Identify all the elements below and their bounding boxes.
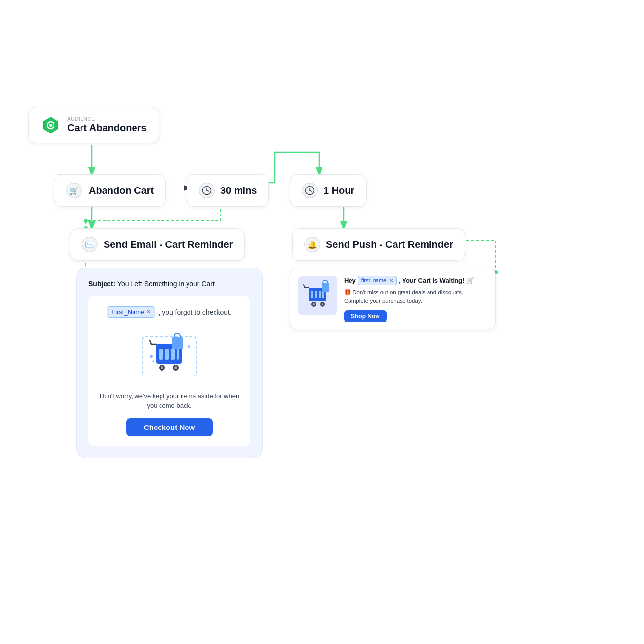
svg-rect-17 [159,349,163,360]
svg-point-3 [84,219,88,223]
clock-icon-1h [302,183,318,198]
email-body-text: Don't worry, we've kept your items aside… [98,391,241,410]
push-tag-close: ✕ [389,278,393,283]
send-email-title: Send Email - Cart Reminder [104,239,233,250]
push-body-text: 🎁 Don't miss out on great deals and disc… [344,288,487,305]
email-body: First_Name ✕ , you forgot to checkout. [88,296,250,446]
send-push-title: Send Push - Cart Reminder [326,239,453,250]
svg-rect-25 [172,337,183,349]
email-subject-label: Subject: [88,280,115,288]
abandon-cart-node: 🛒 Abandon Cart [54,174,166,207]
svg-rect-19 [171,349,175,360]
svg-rect-34 [322,291,324,298]
checkout-now-button[interactable]: Checkout Now [126,418,213,436]
delay-30min-node: 30 mins [187,174,269,207]
send-push-node: 🔔 Send Push - Cart Reminder [292,228,465,261]
send-email-node: ✉️ Send Email - Cart Reminder [70,228,245,261]
svg-line-11 [207,190,209,191]
first-name-push-tag: first_name ✕ [358,276,397,285]
svg-rect-32 [315,291,317,298]
audience-title: Cart Abandoners [67,122,147,134]
email-icon: ✉️ [82,237,98,252]
push-cart-image [298,276,337,315]
push-title-prefix: Hey [344,276,356,285]
svg-rect-18 [165,349,169,360]
svg-rect-20 [177,349,179,360]
svg-line-14 [310,190,312,191]
abandon-cart-title: Abandon Cart [89,185,154,196]
svg-rect-31 [311,291,313,298]
audience-icon [41,115,60,135]
greeting-text: , you forgot to checkout. [158,308,231,316]
svg-point-8 [49,124,52,127]
svg-point-22 [161,366,163,369]
email-preview-card: Subject: You Left Something in your Cart… [76,268,263,458]
svg-point-36 [313,303,315,306]
delay-30min-title: 30 mins [220,185,257,196]
svg-point-38 [322,303,324,306]
email-subject-text: You Left Something in your Cart [117,280,215,288]
greeting-line: First_Name ✕ , you forgot to checkout. [107,306,232,318]
svg-point-24 [174,366,177,369]
shop-now-button[interactable]: Shop Now [344,310,387,322]
cart-illustration [137,329,201,383]
svg-point-28 [188,345,190,348]
email-subject: Subject: You Left Something in your Cart [88,280,250,288]
audience-label: AUDIENCE [67,117,147,122]
audience-node: AUDIENCE Cart Abandoners [28,107,159,143]
push-preview-card: Hey first_name ✕ , Your Cart is Waiting!… [290,268,496,330]
delay-1hour-node: 1 Hour [290,174,367,207]
push-content: Hey first_name ✕ , Your Cart is Waiting!… [344,276,487,322]
first-name-tag[interactable]: First_Name ✕ [107,306,155,318]
svg-point-26 [150,355,153,358]
delay-1hour-title: 1 Hour [323,185,354,196]
svg-point-27 [152,360,154,362]
svg-rect-39 [322,283,329,292]
push-icon: 🔔 [304,237,320,252]
tag-close-icon[interactable]: ✕ [146,309,151,315]
clock-icon-30 [199,183,215,198]
svg-rect-33 [319,291,321,298]
push-title-suffix: , Your Cart is Waiting! 🛒 [399,276,474,285]
abandon-cart-icon: 🛒 [66,183,82,198]
push-title: Hey first_name ✕ , Your Cart is Waiting!… [344,276,487,285]
